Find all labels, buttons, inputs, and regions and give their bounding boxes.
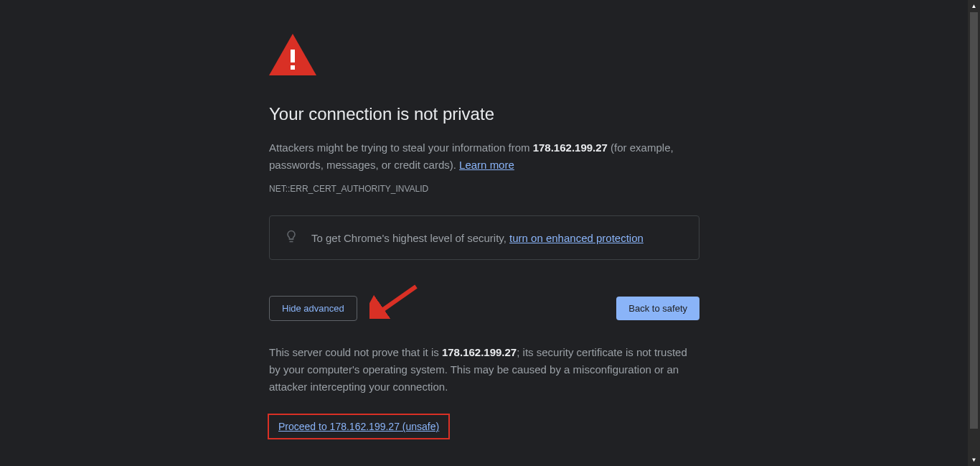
proceed-highlight-box: Proceed to 178.162.199.27 (unsafe): [268, 414, 450, 439]
warning-description: Attackers might be trying to steal your …: [269, 139, 699, 174]
scrollbar-arrow-down-icon[interactable]: ▼: [968, 454, 980, 466]
description-host: 178.162.199.27: [533, 141, 608, 154]
annotation-arrow-icon: [369, 283, 420, 322]
protection-text: To get Chrome's highest level of securit…: [311, 232, 644, 244]
svg-rect-1: [291, 50, 295, 62]
advanced-details-text: This server could not prove that it is 1…: [269, 344, 699, 396]
scrollbar-arrow-up-icon[interactable]: ▲: [968, 0, 980, 12]
button-row: Hide advanced Back to safety: [269, 296, 699, 321]
svg-line-4: [380, 286, 416, 312]
enhanced-protection-box: To get Chrome's highest level of securit…: [269, 215, 699, 260]
warning-triangle-icon: [269, 34, 699, 75]
protection-prefix: To get Chrome's highest level of securit…: [311, 232, 509, 244]
scrollbar-thumb[interactable]: [970, 12, 978, 429]
description-prefix: Attackers might be trying to steal your …: [269, 141, 533, 154]
proceed-unsafe-link[interactable]: Proceed to 178.162.199.27 (unsafe): [278, 421, 439, 432]
hide-advanced-button[interactable]: Hide advanced: [269, 296, 357, 321]
page-title: Your connection is not private: [269, 103, 699, 125]
learn-more-link[interactable]: Learn more: [459, 159, 514, 171]
svg-rect-2: [291, 65, 295, 70]
vertical-scrollbar[interactable]: ▲ ▼: [968, 0, 980, 466]
advanced-host: 178.162.199.27: [442, 346, 517, 358]
ssl-error-page: Your connection is not private Attackers…: [269, 0, 699, 439]
advanced-prefix: This server could not prove that it is: [269, 346, 442, 358]
error-code: NET::ERR_CERT_AUTHORITY_INVALID: [269, 184, 699, 194]
enhanced-protection-link[interactable]: turn on enhanced protection: [509, 232, 644, 244]
back-to-safety-button[interactable]: Back to safety: [616, 297, 699, 320]
lightbulb-icon: [284, 229, 298, 246]
